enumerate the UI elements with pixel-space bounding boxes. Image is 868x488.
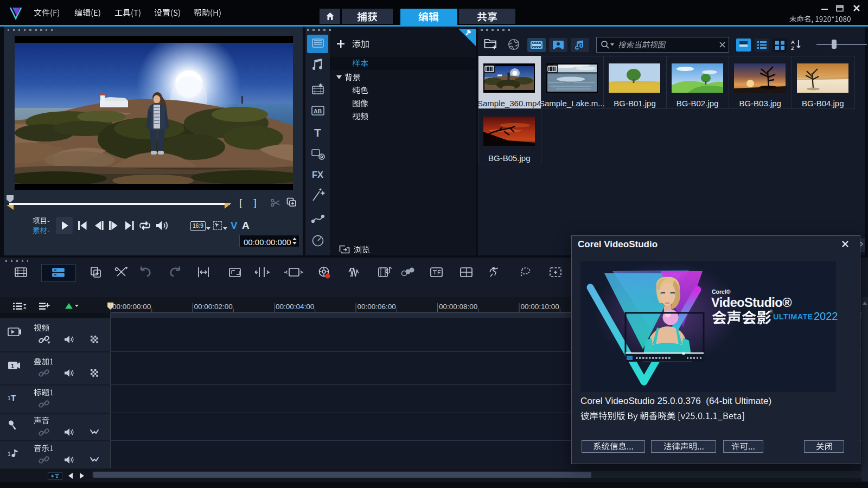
svg-text:T: T	[11, 393, 16, 402]
svg-text:A: A	[791, 39, 795, 45]
svg-text:Corel®: Corel®	[712, 288, 731, 295]
svg-text:AB: AB	[314, 108, 322, 114]
svg-text:VideoStudio®: VideoStudio®	[711, 296, 792, 310]
svg-text:1: 1	[8, 451, 11, 457]
svg-text:T: T	[314, 126, 321, 139]
svg-text:1: 1	[11, 363, 14, 369]
svg-text:Z: Z	[791, 45, 794, 51]
svg-text:FX: FX	[312, 170, 323, 179]
